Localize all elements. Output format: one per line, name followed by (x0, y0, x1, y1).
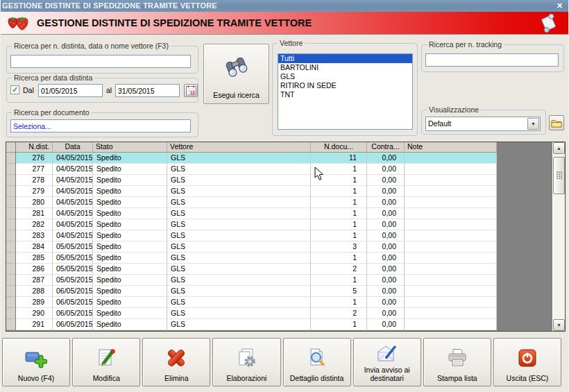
list-item[interactable]: BARTOLINI (278, 63, 412, 72)
table-cell[interactable]: 277 (16, 164, 53, 175)
table-cell[interactable]: Spedito (93, 275, 167, 286)
table-cell[interactable]: GLS (167, 297, 311, 308)
table-cell[interactable]: 3 (311, 241, 367, 253)
exit-button[interactable]: Uscita (ESC) (493, 338, 561, 386)
table-cell[interactable]: 0,00 (367, 153, 405, 164)
table-cell[interactable]: 0,00 (367, 308, 405, 319)
table-cell[interactable] (405, 230, 497, 241)
table-cell[interactable]: GLS (167, 319, 311, 330)
row-selector-cell[interactable] (6, 297, 16, 308)
table-cell[interactable]: 0,00 (367, 219, 405, 230)
table-cell[interactable]: 1 (311, 175, 367, 186)
table-cell[interactable]: 05/05/2015 (53, 241, 93, 253)
delete-button[interactable]: Elimina (142, 338, 210, 386)
column-header[interactable]: Data (53, 142, 93, 153)
table-cell[interactable]: 0,00 (367, 297, 405, 308)
table-cell[interactable] (405, 186, 497, 197)
table-cell[interactable]: 1 (311, 297, 367, 308)
table-row[interactable]: 28605/05/2015SpeditoGLS20,00 (6, 264, 497, 275)
table-row[interactable]: 28906/05/2015SpeditoGLS10,00 (6, 297, 497, 308)
send-notice-button[interactable]: Invia avviso ai destinatari (353, 338, 421, 386)
row-selector-cell[interactable] (6, 286, 16, 297)
table-cell[interactable]: 1 (311, 208, 367, 219)
table-cell[interactable]: GLS (167, 253, 311, 264)
table-cell[interactable]: 0,00 (367, 253, 405, 264)
table-cell[interactable]: 283 (16, 230, 53, 241)
detail-button[interactable]: Dettaglio distinta (283, 338, 351, 386)
table-cell[interactable]: Spedito (93, 319, 167, 330)
table-cell[interactable]: Spedito (93, 175, 167, 186)
table-cell[interactable]: 289 (16, 297, 53, 308)
table-cell[interactable]: 0,00 (367, 164, 405, 175)
table-cell[interactable] (405, 275, 497, 286)
table-cell[interactable]: 0,00 (367, 275, 405, 286)
table-cell[interactable]: 05/05/2015 (53, 275, 93, 286)
row-selector-cell[interactable] (6, 153, 16, 164)
table-cell[interactable]: 278 (16, 175, 53, 186)
table-cell[interactable]: GLS (167, 275, 311, 286)
table-cell[interactable]: GLS (167, 208, 311, 219)
table-cell[interactable]: Spedito (93, 153, 167, 164)
table-cell[interactable]: GLS (167, 286, 311, 297)
carrier-listbox[interactable]: TuttiBARTOLINIGLSRITIRO IN SEDETNT (278, 53, 413, 130)
search-input[interactable] (10, 55, 191, 68)
table-cell[interactable]: GLS (167, 230, 311, 241)
table-cell[interactable]: Spedito (93, 230, 167, 241)
title-bar[interactable]: GESTIONE DISTINTE DI SPEDIZIONE TRAMITE … (1, 0, 568, 12)
table-cell[interactable] (405, 153, 497, 164)
run-search-button[interactable]: Esegui ricerca (203, 44, 269, 104)
table-cell[interactable]: Spedito (93, 197, 167, 208)
table-cell[interactable]: 06/05/2015 (53, 308, 93, 319)
table-cell[interactable]: 1 (311, 253, 367, 264)
table-cell[interactable]: 06/05/2015 (53, 286, 93, 297)
table-cell[interactable]: Spedito (93, 164, 167, 175)
table-row[interactable]: 28705/05/2015SpeditoGLS10,00 (6, 275, 497, 286)
print-button[interactable]: Stampa lista (423, 338, 491, 386)
table-cell[interactable]: 1 (311, 219, 367, 230)
table-cell[interactable]: 290 (16, 308, 53, 319)
calendar-button[interactable]: 12 (184, 84, 198, 97)
table-row[interactable]: 28104/05/2015SpeditoGLS10,00 (6, 208, 497, 219)
table-cell[interactable]: 282 (16, 219, 53, 230)
table-cell[interactable]: 284 (16, 241, 53, 253)
table-cell[interactable]: 1 (311, 186, 367, 197)
table-cell[interactable]: 05/05/2015 (53, 264, 93, 275)
table-cell[interactable] (405, 175, 497, 186)
scrollbar-down-button[interactable]: ▼ (553, 319, 565, 331)
table-cell[interactable]: 04/05/2015 (53, 230, 93, 241)
table-row[interactable]: 28304/05/2015SpeditoGLS10,00 (6, 230, 497, 241)
table-cell[interactable]: 06/05/2015 (53, 297, 93, 308)
shipping-lists-table[interactable]: N.dist.DataStatoVettoreN.docu...Contra..… (6, 142, 566, 332)
row-selector-cell[interactable] (6, 253, 16, 264)
table-cell[interactable]: 0,00 (367, 264, 405, 275)
table-cell[interactable]: 0,00 (367, 208, 405, 219)
table-row[interactable]: 29106/05/2015SpeditoGLS10,00 (6, 319, 497, 330)
vertical-scrollbar[interactable]: ▲ ▼ (552, 142, 565, 331)
table-cell[interactable]: 04/05/2015 (53, 175, 93, 186)
table-cell[interactable] (405, 308, 497, 319)
row-selector-cell[interactable] (6, 319, 16, 330)
table-cell[interactable]: 281 (16, 208, 53, 219)
dropdown-button[interactable]: ▼ (527, 118, 539, 130)
table-cell[interactable] (405, 264, 497, 275)
table-row[interactable]: 27904/05/2015SpeditoGLS10,00 (6, 186, 497, 197)
row-selector-cell[interactable] (6, 275, 16, 286)
edit-button[interactable]: Modifica (72, 338, 140, 386)
column-header[interactable]: Vettore (167, 142, 311, 153)
date-to-field[interactable] (115, 84, 180, 97)
table-cell[interactable] (405, 253, 497, 264)
table-cell[interactable]: 11 (311, 153, 367, 164)
row-selector-cell[interactable] (6, 186, 16, 197)
process-button[interactable]: Elaborazioni (212, 338, 280, 386)
table-cell[interactable] (405, 297, 497, 308)
table-cell[interactable]: 1 (311, 164, 367, 175)
table-cell[interactable]: GLS (167, 264, 311, 275)
table-cell[interactable] (405, 319, 497, 330)
table-row[interactable]: 27804/05/2015SpeditoGLS10,00 (6, 175, 497, 186)
column-header[interactable]: N.dist. (16, 142, 53, 153)
table-cell[interactable]: 1 (311, 319, 367, 330)
table-cell[interactable]: 04/05/2015 (53, 153, 93, 164)
table-row[interactable]: 28405/05/2015SpeditoGLS30,00 (6, 241, 497, 253)
table-cell[interactable]: Spedito (93, 297, 167, 308)
column-header[interactable]: Note (405, 142, 497, 153)
